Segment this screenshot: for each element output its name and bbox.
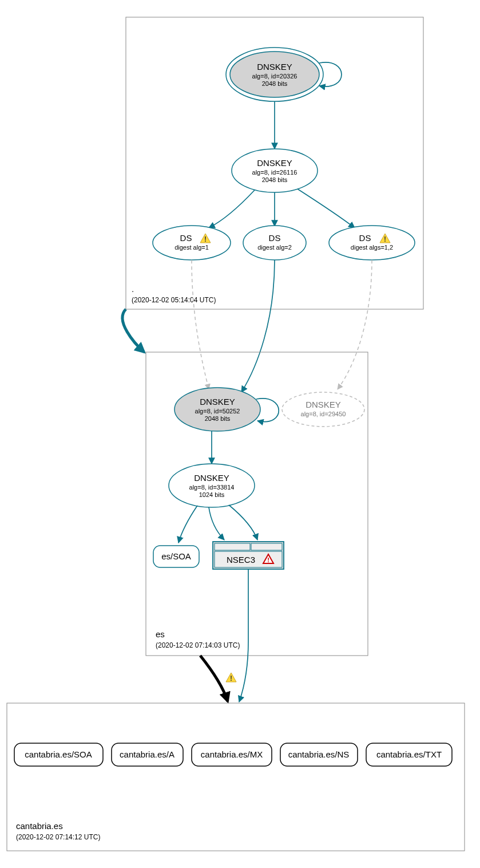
svg-text:1024 bits: 1024 bits [199, 491, 225, 498]
zone-es-name: es [156, 629, 165, 639]
record-cantabria-a: cantabria.es/A [112, 743, 183, 766]
svg-text:cantabria.es/NS: cantabria.es/NS [288, 749, 350, 759]
node-root-ds3: DS digest algs=1,2 ! [329, 226, 415, 260]
edge-ds3-to-esghost [338, 260, 372, 389]
svg-text:!: ! [384, 235, 386, 243]
svg-rect-37 [251, 543, 282, 550]
svg-text:alg=8, id=20326: alg=8, id=20326 [252, 73, 297, 80]
zone-cantabria-name: cantabria.es [16, 821, 63, 831]
svg-text:alg=8, id=29450: alg=8, id=29450 [301, 411, 346, 417]
svg-text:cantabria.es/MX: cantabria.es/MX [201, 749, 263, 759]
svg-point-26 [282, 392, 364, 427]
edge-root-to-es-delegation [122, 309, 144, 352]
svg-text:DNSKEY: DNSKEY [257, 62, 292, 72]
edge-es-to-cantabria-delegation [200, 656, 228, 701]
edge-root-ksk-self [319, 62, 342, 86]
svg-text:DNSKEY: DNSKEY [257, 158, 292, 168]
svg-text:DNSKEY: DNSKEY [306, 400, 341, 409]
node-root-ksk: DNSKEY alg=8, id=20326 2048 bits [226, 48, 323, 101]
edge-nsec3-to-cantabria [239, 569, 248, 702]
node-es-ksk: DNSKEY alg=8, id=50252 2048 bits [174, 388, 260, 431]
node-root-ds2: DS digest alg=2 [243, 226, 306, 260]
node-es-soa: es/SOA [153, 546, 199, 567]
zone-es-timestamp: (2020-12-02 07:14:03 UTC) [156, 641, 240, 649]
svg-rect-42 [7, 703, 465, 851]
svg-text:DS: DS [359, 233, 371, 243]
zone-root-timestamp: (2020-12-02 05:14:04 UTC) [132, 296, 216, 304]
svg-point-10 [153, 226, 231, 260]
edge-ds1-to-esksk [192, 260, 209, 389]
svg-text:cantabria.es/TXT: cantabria.es/TXT [376, 749, 442, 759]
svg-text:!: ! [230, 674, 232, 682]
edge-es-zsk-nsec3b [229, 505, 257, 540]
warning-icon: ! [226, 673, 236, 682]
svg-text:es/SOA: es/SOA [161, 551, 191, 561]
svg-text:!: ! [204, 235, 207, 243]
svg-text:digest alg=1: digest alg=1 [174, 244, 209, 251]
zone-cantabria: cantabria.es (2020-12-02 07:14:12 UTC) c… [7, 703, 465, 851]
svg-text:2048 bits: 2048 bits [262, 176, 288, 183]
svg-text:alg=8, id=33814: alg=8, id=33814 [189, 484, 235, 491]
node-es-zsk: DNSKEY alg=8, id=33814 1024 bits [169, 464, 255, 507]
node-root-zsk: DNSKEY alg=8, id=26116 2048 bits [232, 149, 318, 192]
svg-text:NSEC3: NSEC3 [227, 555, 255, 565]
svg-text:DNSKEY: DNSKEY [194, 473, 229, 483]
svg-text:DS: DS [269, 233, 281, 243]
zone-es: es (2020-12-02 07:14:03 UTC) DNSKEY alg=… [146, 352, 368, 656]
svg-text:2048 bits: 2048 bits [205, 415, 231, 422]
edge-es-zsk-soa [178, 506, 197, 543]
svg-text:alg=8, id=50252: alg=8, id=50252 [195, 408, 240, 415]
svg-text:cantabria.es/SOA: cantabria.es/SOA [25, 749, 92, 759]
svg-text:alg=8, id=26116: alg=8, id=26116 [252, 169, 297, 176]
svg-point-17 [329, 226, 415, 260]
svg-text:!: ! [267, 557, 269, 563]
svg-text:digest alg=2: digest alg=2 [257, 244, 292, 251]
svg-text:digest algs=1,2: digest algs=1,2 [351, 244, 393, 251]
svg-point-14 [243, 226, 306, 260]
edge-root-zsk-ds1 [209, 190, 255, 228]
record-cantabria-ns: cantabria.es/NS [280, 743, 358, 766]
record-cantabria-soa: cantabria.es/SOA [14, 743, 103, 766]
svg-rect-36 [215, 543, 250, 550]
node-es-dnskey-ghost: DNSKEY alg=8, id=29450 [282, 392, 364, 427]
zone-root-name: . [132, 284, 134, 294]
node-root-ds1: DS digest alg=1 ! [153, 226, 231, 260]
zone-cantabria-timestamp: (2020-12-02 07:14:12 UTC) [16, 833, 100, 841]
svg-text:DNSKEY: DNSKEY [200, 397, 235, 407]
svg-text:2048 bits: 2048 bits [262, 80, 288, 87]
edge-root-zsk-ds3 [297, 189, 355, 228]
svg-text:cantabria.es/A: cantabria.es/A [120, 749, 174, 759]
dnssec-diagram: . (2020-12-02 05:14:04 UTC) DNSKEY alg=8… [0, 0, 480, 868]
record-cantabria-txt: cantabria.es/TXT [366, 743, 452, 766]
edge-es-zsk-nsec3a [209, 507, 224, 540]
node-es-nsec3: NSEC3 ! [213, 542, 284, 569]
svg-text:DS: DS [180, 233, 192, 243]
record-cantabria-mx: cantabria.es/MX [192, 743, 272, 766]
edge-ds2-to-esksk [241, 260, 275, 392]
